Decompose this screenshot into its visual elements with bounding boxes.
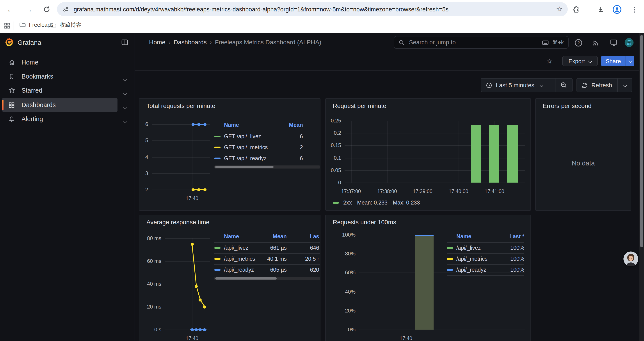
chevron-down-icon[interactable] <box>123 75 126 83</box>
apps-grid-icon[interactable] <box>4 22 10 31</box>
x-axis-labels: 17:40 <box>152 196 210 203</box>
y-axis-labels: 80 ms60 ms40 ms20 ms0 s <box>140 238 161 329</box>
refresh-interval-dropdown[interactable] <box>617 79 632 92</box>
legend-col-last[interactable]: Last * <box>500 233 524 240</box>
sidebar-item-dashboards[interactable]: Dashboards <box>2 98 118 112</box>
grafana-logo[interactable] <box>5 38 14 47</box>
download-icon[interactable] <box>595 0 606 19</box>
home-icon <box>8 59 15 66</box>
screen: ← → ☆ ⋮ <box>0 0 644 341</box>
plot-area[interactable] <box>344 121 525 183</box>
url-input[interactable] <box>74 6 552 13</box>
breadcrumb-dashboards[interactable]: Dashboards <box>174 39 207 46</box>
legend-col-name[interactable]: Name <box>224 122 271 128</box>
time-range-picker[interactable]: Last 5 minutes <box>481 79 555 92</box>
panel-legend: 2xx Mean: 0.233 Max: 0.233 <box>333 200 420 206</box>
browser-menu-icon[interactable]: ⋮ <box>630 0 639 19</box>
legend-row: /api/_metrics 100% <box>447 253 524 264</box>
series-name[interactable]: /api/_livez <box>456 245 500 251</box>
legend-scrollbar[interactable] <box>214 277 320 280</box>
export-button[interactable]: Export <box>562 56 598 66</box>
refresh-label: Refresh <box>592 82 612 88</box>
bar-chart: 0.250.20.150.10.050 17:37:0017:38:0017:3… <box>326 121 525 196</box>
reload-icon[interactable] <box>41 0 52 19</box>
series-name[interactable]: /api/_metrics <box>224 256 255 262</box>
breadcrumb-home[interactable]: Home <box>149 39 166 46</box>
back-icon[interactable]: ← <box>5 0 16 19</box>
legend-col-last[interactable]: Las <box>287 233 319 240</box>
plot-area[interactable] <box>152 124 210 190</box>
zoom-out-button[interactable] <box>555 79 572 92</box>
panel-title[interactable]: Requests under 100ms <box>333 219 396 226</box>
address-bar[interactable]: ☆ <box>57 2 568 16</box>
legend-row: /api/_livez 100% <box>447 242 524 253</box>
site-info-icon[interactable] <box>62 6 69 13</box>
bell-icon <box>8 115 15 123</box>
series-name[interactable]: GET /api/_livez <box>224 133 271 140</box>
series-last: 100% <box>500 267 524 273</box>
bookmark-star-icon[interactable]: ☆ <box>556 6 562 13</box>
folder-icon <box>50 22 56 29</box>
scrollbar-thumb[interactable] <box>640 35 643 247</box>
legend-col-name[interactable]: Name <box>456 233 500 240</box>
panel-total-requests: Total requests per minute 65432 17:40 Na… <box>139 98 320 211</box>
line-chart: 80 ms60 ms40 ms20 ms0 s 17:40 <box>140 238 210 341</box>
series-color-dash <box>214 247 220 249</box>
page-scrollbar[interactable] <box>639 33 644 341</box>
plot-area[interactable] <box>165 238 210 329</box>
favorite-star-icon[interactable]: ☆ <box>546 57 552 65</box>
scrollbar-thumb[interactable] <box>215 277 277 279</box>
scrollbar-thumb[interactable] <box>215 166 273 168</box>
sidebar-item-bookmarks[interactable]: Bookmarks <box>2 69 118 83</box>
chevron-down-icon[interactable] <box>123 103 126 111</box>
grafana-brand[interactable]: Grafana <box>18 39 41 46</box>
legend-col-name[interactable]: Name <box>224 233 255 240</box>
y-axis-labels: 100%80%60%40%20%0% <box>326 235 356 329</box>
panel-title[interactable]: Total requests per minute <box>146 102 215 109</box>
series-name[interactable]: 2xx <box>343 200 352 206</box>
share-button[interactable]: Share <box>601 56 626 66</box>
sidebar-toggle-icon[interactable] <box>121 39 128 48</box>
line-chart: 65432 17:40 <box>140 124 210 203</box>
help-icon[interactable]: ? <box>574 38 583 47</box>
panel-title[interactable]: Average response time <box>146 219 209 226</box>
series-name[interactable]: /api/_readyz <box>456 267 500 273</box>
extensions-icon[interactable] <box>570 0 581 19</box>
series-name[interactable]: /api/_readyz <box>224 267 255 273</box>
series-name[interactable]: GET /api/_metrics <box>224 144 271 151</box>
monitor-icon[interactable] <box>609 38 618 47</box>
series-name[interactable]: /api/_metrics <box>456 256 500 262</box>
legend-col-mean[interactable]: Mean <box>255 233 287 240</box>
legend-col-mean[interactable]: Mean <box>271 122 303 128</box>
sidebar-item-alerting[interactable]: Alerting <box>2 112 118 126</box>
chevron-down-icon[interactable] <box>123 89 126 97</box>
news-rss-icon[interactable] <box>591 38 600 47</box>
series-name[interactable]: GET /api/_readyz <box>224 155 271 162</box>
browser-profile-icon[interactable] <box>611 0 622 19</box>
series-last: 20.5 r <box>287 256 319 262</box>
legend-scrollbar[interactable] <box>214 165 320 169</box>
share-dropdown-button[interactable] <box>626 56 634 66</box>
dashboards-grid-icon <box>8 101 15 109</box>
user-avatar[interactable] <box>624 38 634 47</box>
chevron-down-icon <box>628 59 633 63</box>
legend-row: GET /api/_livez 6 <box>214 131 320 142</box>
series-color-dash <box>447 258 453 260</box>
search-input[interactable] <box>408 39 538 46</box>
search-box[interactable]: ⌘+k <box>394 36 568 49</box>
refresh-button[interactable]: Refresh <box>577 79 617 92</box>
panel-title[interactable]: Errors per second <box>543 102 592 109</box>
forward-icon[interactable]: → <box>23 0 34 19</box>
keyboard-icon <box>542 39 549 46</box>
bookmark-folder-blogs[interactable]: 收藏博客 <box>50 22 82 29</box>
chevron-down-icon[interactable] <box>123 117 126 125</box>
series-mean: 2 <box>271 144 303 151</box>
panel-legend: Name Mean GET /api/_livez 6 GET /api/_me… <box>214 119 320 169</box>
series-name[interactable]: /api/_livez <box>224 245 255 251</box>
floating-assistant-avatar[interactable] <box>624 251 638 266</box>
bookmark-folder-freeleaps[interactable]: Freeleaps <box>19 22 53 28</box>
sidebar-item-label: Home <box>22 59 38 66</box>
sidebar-item-home[interactable]: Home <box>2 55 118 69</box>
sidebar-item-starred[interactable]: Starred <box>2 83 118 97</box>
panel-title[interactable]: Request per minute <box>333 102 386 109</box>
